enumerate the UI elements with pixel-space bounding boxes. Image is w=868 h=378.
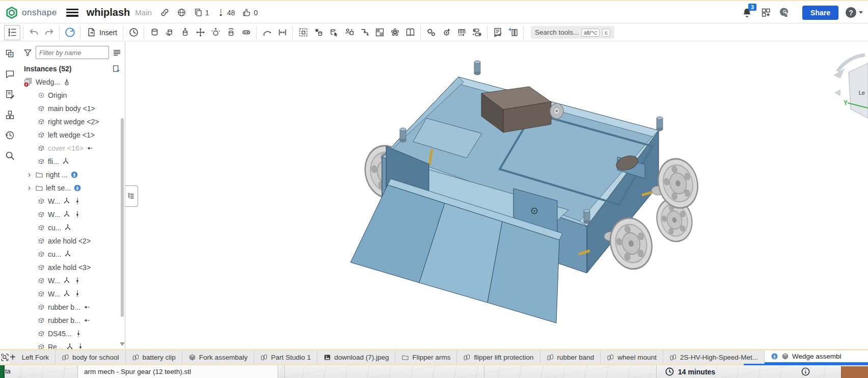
likes-count[interactable]: 0 [242,8,258,17]
versions-rail-button[interactable] [4,108,17,121]
cylindrical-mate-button[interactable] [223,25,238,40]
public-globe-icon[interactable] [177,8,186,17]
filter-icon[interactable] [23,48,33,58]
undo-button[interactable] [26,25,41,40]
filter-input[interactable] [36,46,109,59]
planar-mate-button[interactable] [193,25,208,40]
tree-item[interactable]: fli... [20,155,120,168]
favorites-tool-button[interactable] [311,25,326,40]
part-icon [37,330,45,338]
mate-list-flyout-handle[interactable] [125,185,138,207]
tree-item[interactable]: axle hold <3> [20,261,120,274]
fastened-mate-button[interactable] [147,25,162,40]
spring-rack-tool-button[interactable] [454,25,469,40]
tree-scrollbar[interactable] [121,77,124,346]
configurations-tool-button[interactable] [423,25,439,40]
tab-flipper-arms[interactable]: Flipper arms [395,350,457,364]
main-menu-icon[interactable] [66,9,78,17]
tree-item[interactable]: rubber b... [20,314,120,327]
insert-instance-rail-button[interactable] [4,47,17,60]
ball-bearing-tool-button[interactable] [387,25,402,40]
pin-slot-mate-button[interactable] [238,25,254,40]
team-share-tool-button[interactable] [341,25,357,40]
help-menu[interactable]: ? [846,7,863,18]
tree-item[interactable]: main body <1> [20,102,120,115]
tab-download-7-jpeg[interactable]: download (7).jpeg [317,350,395,364]
tree-item[interactable]: left se... [20,181,120,195]
tab-part-studio-1[interactable]: Part Studio 1 [254,350,317,364]
mategroup-icon [63,290,71,298]
tree-item[interactable]: W... [20,208,120,221]
share-link-icon[interactable] [160,8,170,17]
tangent-mate-button[interactable] [259,25,275,40]
tree-item[interactable]: Re... [20,340,120,349]
search-tools-input[interactable]: Search tools... alt/⌥ c [531,26,614,39]
tree-item-label: W... [48,290,60,298]
list-view-icon[interactable] [112,48,122,58]
tree-item[interactable]: cu... [20,221,120,234]
tree-item[interactable]: Wedg... [20,75,120,89]
share-button[interactable]: Share [802,6,838,20]
hidden-document-tool-button[interactable] [490,25,505,40]
redo-icon [44,27,55,38]
tree-item[interactable]: cover <16> [20,142,120,155]
insert-button[interactable]: Insert [83,25,120,40]
tree-item[interactable]: cu... [20,248,120,261]
scroll-down-arrow-icon[interactable] [120,342,125,346]
ball-mate-button[interactable] [208,25,223,40]
appearance-tool-button[interactable] [372,25,387,40]
tab-body-for-school[interactable]: body for school [56,350,126,364]
tab-wheel-mount[interactable]: wheel mount [601,350,663,364]
tree-item[interactable]: right wedge <2> [20,115,120,128]
copies-count[interactable]: 1 [194,8,209,17]
history-rail-button[interactable] [4,128,17,142]
mate-limits-button[interactable] [275,25,290,40]
insert-instance-icon [5,48,15,59]
materials-library-button[interactable] [402,25,418,40]
onshape-logo[interactable]: onshape [5,6,57,19]
edit-document-rail-button[interactable] [4,88,17,101]
document-title[interactable]: whiplash [87,7,130,18]
tree-item[interactable]: axle hold <2> [20,234,120,248]
ai-assistant-icon[interactable] [778,7,790,18]
in-context-tool-button[interactable] [357,25,372,40]
revolute-mate-button[interactable] [162,25,177,40]
apps-grid-icon[interactable] [761,7,771,18]
select-part-tool-button[interactable] [326,25,341,40]
tab-flipper-lift-protection[interactable]: flipper lift protection [457,350,540,364]
redo-button[interactable] [41,25,57,40]
tab-fork-assembaly[interactable]: Fork assembaly [182,350,254,364]
comments-rail-button[interactable] [4,67,17,80]
notifications-button[interactable]: 3 [742,7,752,18]
tree-item[interactable]: Origin [20,89,120,102]
tab-rubber-band[interactable]: rubber band [540,350,601,364]
tab-2s-hv-high-speed-met-[interactable]: 2S-HV-High-Speed-Met... [663,350,765,364]
tab-battery-clip[interactable]: battery clip [126,350,182,364]
motion-tool-button[interactable] [439,25,454,40]
add-tab-button[interactable]: + [10,350,16,364]
bom-table-tool-button[interactable] [505,25,521,40]
tab-left-fork[interactable]: Left Fork [16,350,56,364]
mate-relations-tool-button[interactable] [469,25,484,40]
screen-capture-icon[interactable] [0,350,10,364]
select-tool-button[interactable] [295,25,311,40]
search-rail-button[interactable] [4,149,17,162]
slider-mate-button[interactable] [177,25,193,40]
scrollbar-thumb[interactable] [121,118,124,317]
tab-wedge-assembl[interactable]: Wedge assembl [765,350,868,364]
rotate-view-button[interactable] [62,25,77,40]
tree-item[interactable]: left wedge <1> [20,128,120,142]
named-positions-button[interactable] [126,25,141,40]
tree-item[interactable]: W... [20,274,120,287]
3d-viewport[interactable]: Y Le [125,42,868,349]
tree-item[interactable]: DS45... [20,327,120,340]
insert-instance-icon[interactable] [112,64,121,73]
workspace-branch[interactable]: Main [135,8,152,17]
feature-list-tool-button[interactable] [4,25,20,40]
partstudio-tab-icon [547,354,554,361]
tree-item[interactable]: rubber b... [20,301,120,314]
versions-count[interactable]: 48 [216,8,235,17]
tree-item[interactable]: W... [20,195,120,208]
tree-item[interactable]: right ... [20,168,120,181]
tree-item[interactable]: W... [20,287,120,301]
